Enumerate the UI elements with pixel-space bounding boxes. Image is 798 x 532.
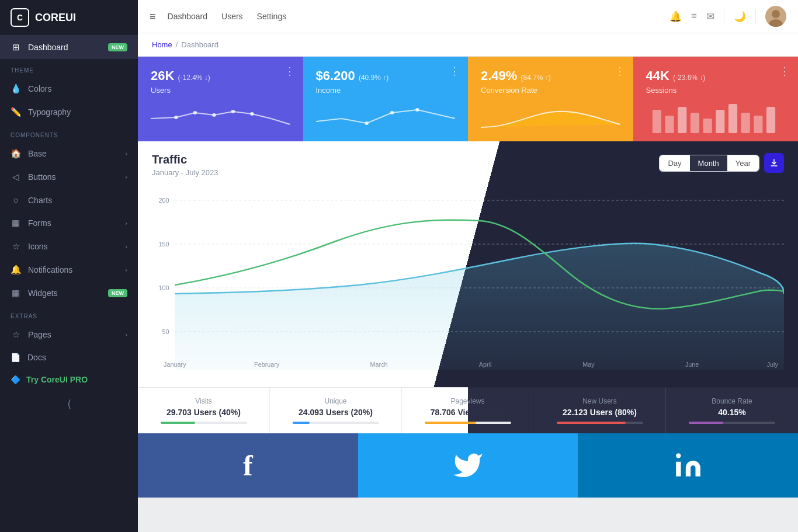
sidebar: C COREUI ⊞ Dashboard NEW THEME 💧 Colors … (0, 0, 138, 532)
traffic-subtitle: January - July 2023 (152, 168, 218, 177)
menu-icon[interactable]: ≡ (150, 11, 156, 23)
svg-rect-12 (665, 116, 674, 133)
stat-row-label: Pageviews (414, 397, 522, 405)
period-year[interactable]: Year (727, 155, 759, 171)
traffic-controls: Day Month Year (659, 153, 784, 173)
svg-rect-16 (716, 110, 724, 133)
sidebar-item-docs[interactable]: 📄 Docs (0, 346, 138, 368)
breadcrumb-current: Dashboard (181, 40, 218, 49)
chevron-icon: › (125, 266, 127, 273)
user-avatar[interactable] (765, 6, 786, 27)
header-divider (755, 9, 756, 23)
chart-container: 200 150 100 50 (138, 177, 798, 387)
twitter-icon (452, 450, 484, 481)
stat-card-menu[interactable]: ⋮ (779, 66, 790, 77)
stat-row-value: 40.15% (678, 408, 786, 417)
sidebar-item-icons[interactable]: ☆ Icons › (0, 235, 138, 258)
logo-icon: C (11, 8, 29, 27)
sidebar-item-label: Dashboard (28, 43, 68, 52)
sidebar-item-colors[interactable]: 💧 Colors (0, 77, 138, 100)
bell-icon[interactable]: 🔔 (669, 11, 682, 23)
nav-users[interactable]: Users (221, 12, 243, 21)
stat-row-visits: Visits 29.703 Users (40%) (138, 388, 270, 433)
svg-text:100: 100 (158, 284, 169, 291)
mail-icon[interactable]: ✉ (706, 11, 714, 23)
sidebar-item-label: Base (28, 149, 47, 158)
svg-text:March: March (370, 361, 388, 368)
facebook-icon: f (243, 448, 253, 482)
sidebar-item-base[interactable]: 🏠 Base › (0, 142, 138, 165)
sidebar-item-dashboard[interactable]: ⊞ Dashboard NEW (0, 36, 138, 59)
sidebar-item-notifications[interactable]: 🔔 Notifications › (0, 258, 138, 281)
collapse-icon: ⟨ (67, 398, 71, 411)
stat-row-label: Unique (282, 397, 390, 405)
stat-card-menu[interactable]: ⋮ (284, 66, 295, 77)
download-button[interactable] (764, 153, 784, 173)
colors-icon: 💧 (11, 84, 21, 94)
list-icon[interactable]: ≡ (691, 11, 697, 22)
try-pro-button[interactable]: 🔷 Try CoreUI PRO (0, 368, 138, 391)
stat-change: (84.7% ↑) (521, 74, 551, 82)
sidebar-item-charts[interactable]: ○ Charts (0, 189, 138, 211)
header: ≡ Dashboard Users Settings 🔔 ≡ ✉ 🌙 (138, 0, 798, 33)
facebook-card[interactable]: f (138, 433, 358, 498)
linkedin-card[interactable] (578, 433, 798, 498)
header-actions: 🔔 ≡ ✉ 🌙 (669, 6, 786, 27)
stat-label: Income (316, 86, 456, 95)
nav-dashboard[interactable]: Dashboard (168, 12, 208, 21)
svg-text:150: 150 (158, 241, 169, 248)
stat-row-label: New Users (546, 397, 654, 405)
header-divider (724, 9, 724, 23)
sidebar-item-label: Colors (28, 84, 51, 93)
breadcrumb: Home / Dashboard (138, 33, 798, 57)
brand-name: COREUI (35, 12, 76, 24)
typography-icon: ✏️ (11, 107, 21, 117)
dashboard-icon: ⊞ (11, 42, 21, 53)
svg-text:200: 200 (158, 197, 169, 204)
stat-chart (151, 101, 290, 133)
svg-point-9 (390, 111, 394, 114)
notifications-icon: 🔔 (11, 265, 21, 275)
twitter-card[interactable] (358, 433, 578, 498)
stat-row-pageviews: Pageviews 78.706 Views (60%) (402, 388, 534, 433)
svg-text:50: 50 (162, 328, 169, 335)
breadcrumb-home[interactable]: Home (152, 40, 172, 49)
svg-text:May: May (582, 361, 595, 368)
stat-row-value: 24.093 Users (20%) (282, 408, 390, 417)
pages-icon: ☆ (11, 329, 21, 340)
main-content: ≡ Dashboard Users Settings 🔔 ≡ ✉ 🌙 (138, 0, 798, 532)
sidebar-item-widgets[interactable]: ▦ Widgets NEW (0, 281, 138, 305)
svg-rect-11 (652, 110, 661, 133)
period-day[interactable]: Day (660, 155, 689, 171)
period-month[interactable]: Month (690, 155, 727, 171)
stat-row-label: Bounce Rate (678, 397, 786, 405)
svg-rect-18 (741, 113, 750, 133)
new-badge: NEW (108, 43, 127, 51)
stat-row-bar (557, 422, 643, 424)
stat-value: 44K (-23.6% ↓) (646, 68, 786, 84)
sidebar-item-buttons[interactable]: ◁ Buttons › (0, 165, 138, 189)
chevron-icon: › (125, 150, 127, 157)
dark-mode-toggle[interactable]: 🌙 (734, 11, 746, 23)
stat-card-menu[interactable]: ⋮ (615, 66, 625, 77)
brand-logo[interactable]: C COREUI (0, 0, 138, 36)
sidebar-item-typography[interactable]: ✏️ Typography (0, 100, 138, 124)
svg-text:January: January (164, 361, 186, 368)
chevron-icon: › (125, 331, 127, 338)
header-nav: Dashboard Users Settings (168, 12, 287, 21)
stats-cards: ⋮ 26K (-12.4% ↓) Users (138, 57, 798, 141)
chevron-icon: › (125, 173, 127, 180)
sidebar-item-label: Notifications (28, 265, 72, 274)
stat-change: (-12.4% ↓) (178, 74, 210, 82)
svg-rect-17 (728, 104, 737, 133)
nav-settings[interactable]: Settings (257, 12, 287, 21)
svg-point-10 (415, 108, 419, 112)
sidebar-collapse-button[interactable]: ⟨ (0, 391, 138, 418)
stat-card-menu[interactable]: ⋮ (449, 66, 460, 77)
svg-point-7 (250, 112, 254, 116)
svg-point-8 (365, 121, 369, 125)
traffic-title: Traffic (152, 153, 218, 166)
sidebar-item-forms[interactable]: ▦ Forms › (0, 211, 138, 235)
svg-point-3 (174, 116, 178, 119)
sidebar-item-pages[interactable]: ☆ Pages › (0, 323, 138, 346)
